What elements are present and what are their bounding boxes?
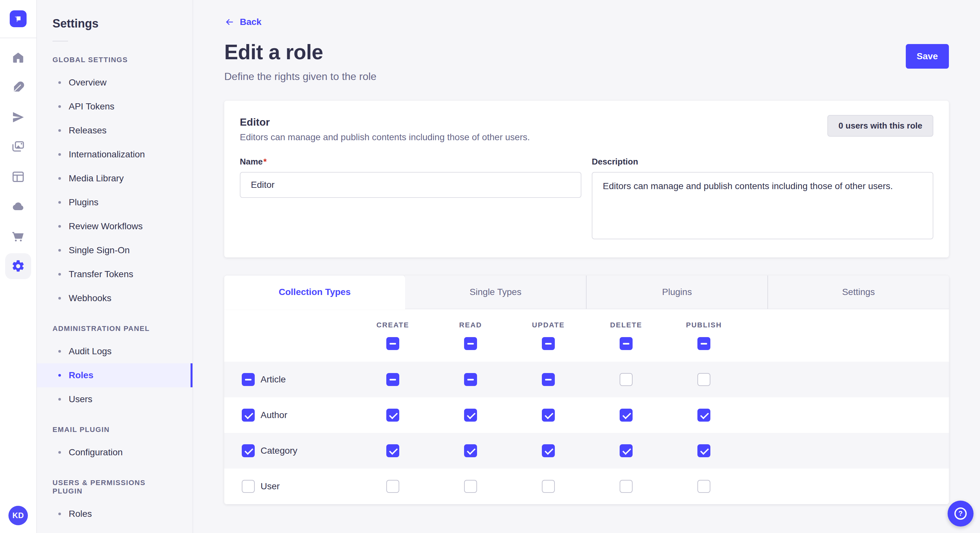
select-all-publish-checkbox[interactable]: [697, 337, 710, 350]
category-publish-checkbox[interactable]: [697, 444, 710, 457]
article-update-checkbox[interactable]: [542, 373, 555, 386]
app-logo[interactable]: [10, 10, 27, 27]
category-update-checkbox[interactable]: [542, 444, 555, 457]
permission-row-user: User: [224, 468, 949, 504]
sidebar-item-api-tokens[interactable]: API Tokens: [37, 95, 192, 119]
role-details-card: Editor Editors can manage and publish co…: [224, 101, 949, 257]
author-delete-checkbox[interactable]: [620, 409, 633, 422]
bullet-icon: [58, 153, 61, 156]
cloud-icon: [11, 200, 25, 214]
select-all-delete-checkbox[interactable]: [620, 337, 633, 350]
user-read-checkbox[interactable]: [464, 480, 477, 493]
sidebar-item-plugins[interactable]: Plugins: [37, 190, 192, 214]
bullet-icon: [58, 201, 61, 204]
page-subtitle: Define the rights given to the role: [224, 71, 377, 82]
author-publish-checkbox[interactable]: [697, 409, 710, 422]
name-field[interactable]: [240, 172, 581, 198]
bullet-icon: [58, 451, 61, 454]
tab-single-types[interactable]: Single Types: [405, 276, 586, 309]
sidebar-item-overview[interactable]: Overview: [37, 71, 192, 95]
rail-item-cloud[interactable]: [5, 194, 31, 219]
bullet-icon: [58, 81, 61, 84]
description-field[interactable]: Editors can manage and publish contents …: [592, 172, 933, 239]
sidebar-item-audit-logs[interactable]: Audit Logs: [37, 339, 192, 363]
help-button[interactable]: ?: [948, 501, 974, 527]
page-title: Edit a role: [224, 40, 377, 64]
sidebar-item-label: Roles: [69, 370, 93, 381]
author-update-checkbox[interactable]: [542, 409, 555, 422]
category-delete-checkbox[interactable]: [620, 444, 633, 457]
sidebar-item-roles[interactable]: Roles: [37, 363, 192, 387]
rail-item-cart[interactable]: [5, 224, 31, 249]
sidebar-item-label: Webhooks: [69, 293, 111, 303]
rail-nav: [5, 45, 31, 279]
sidebar-item-label: Overview: [69, 78, 107, 88]
sidebar-item-webhooks[interactable]: Webhooks: [37, 286, 192, 310]
user-create-checkbox[interactable]: [386, 480, 399, 493]
save-button[interactable]: Save: [906, 44, 949, 69]
article-delete-checkbox[interactable]: [620, 373, 633, 386]
rail-item-gear[interactable]: [5, 253, 31, 279]
sidebar-item-roles[interactable]: Roles: [37, 502, 192, 526]
tab-collection-types[interactable]: Collection Types: [224, 276, 405, 309]
user-delete-checkbox[interactable]: [620, 480, 633, 493]
rail-item-paper-plane[interactable]: [5, 104, 31, 130]
back-link[interactable]: Back: [224, 17, 261, 27]
sidebar-section: GLOBAL SETTINGSOverviewAPI TokensRelease…: [37, 56, 192, 310]
article-row-checkbox[interactable]: [242, 373, 255, 386]
sidebar-item-label: Transfer Tokens: [69, 269, 133, 279]
bullet-icon: [58, 374, 61, 377]
rail-item-layout[interactable]: [5, 164, 31, 190]
bullet-icon: [58, 350, 61, 353]
sidebar-item-providers[interactable]: Providers: [37, 526, 192, 533]
rail-divider: [0, 38, 37, 38]
avatar[interactable]: KD: [8, 506, 28, 525]
select-all-update-checkbox[interactable]: [542, 337, 555, 350]
sidebar-item-label: Audit Logs: [69, 346, 111, 357]
permissions-table-rows: ArticleAuthorCategoryUser: [224, 362, 949, 504]
select-all-read-checkbox[interactable]: [464, 337, 477, 350]
article-publish-checkbox[interactable]: [697, 373, 710, 386]
tab-plugins[interactable]: Plugins: [586, 276, 767, 309]
users-with-role-button[interactable]: 0 users with this role: [827, 115, 933, 136]
sidebar-item-media-library[interactable]: Media Library: [37, 167, 192, 190]
rail-item-pictures[interactable]: [5, 134, 31, 160]
rail-item-home[interactable]: [5, 45, 31, 71]
cart-icon: [11, 229, 25, 244]
bullet-icon: [58, 249, 61, 252]
article-create-checkbox[interactable]: [386, 373, 399, 386]
select-all-create-checkbox[interactable]: [386, 337, 399, 350]
home-icon: [11, 51, 25, 65]
sidebar-section-label-email-plugin: EMAIL PLUGIN: [37, 425, 192, 434]
sidebar-item-label: Single Sign-On: [69, 245, 130, 255]
permissions-table-header: CREATEREADUPDATEDELETEPUBLISH: [224, 309, 949, 362]
bullet-icon: [58, 512, 61, 515]
sidebar-item-label: Review Workflows: [69, 221, 143, 232]
author-create-checkbox[interactable]: [386, 409, 399, 422]
strapi-logo-icon: [13, 14, 23, 24]
sidebar-item-transfer-tokens[interactable]: Transfer Tokens: [37, 262, 192, 286]
article-read-checkbox[interactable]: [464, 373, 477, 386]
sidebar-item-single-sign-on[interactable]: Single Sign-On: [37, 238, 192, 262]
rail-item-feather[interactable]: [5, 75, 31, 100]
user-row-checkbox[interactable]: [242, 480, 255, 493]
category-create-checkbox[interactable]: [386, 444, 399, 457]
bullet-icon: [58, 398, 61, 401]
sidebar-item-configuration[interactable]: Configuration: [37, 440, 192, 464]
column-header-publish: PUBLISH: [665, 321, 743, 350]
tab-settings[interactable]: Settings: [767, 276, 949, 309]
name-label: Name*: [240, 157, 581, 167]
user-publish-checkbox[interactable]: [697, 480, 710, 493]
sidebar-item-internationalization[interactable]: Internationalization: [37, 143, 192, 167]
bullet-icon: [58, 273, 61, 276]
paper-plane-icon: [11, 110, 25, 124]
sidebar-item-review-workflows[interactable]: Review Workflows: [37, 214, 192, 238]
category-read-checkbox[interactable]: [464, 444, 477, 457]
pictures-icon: [11, 140, 25, 154]
sidebar-item-users[interactable]: Users: [37, 387, 192, 411]
user-update-checkbox[interactable]: [542, 480, 555, 493]
sidebar-item-releases[interactable]: Releases: [37, 119, 192, 143]
category-row-checkbox[interactable]: [242, 444, 255, 457]
author-read-checkbox[interactable]: [464, 409, 477, 422]
author-row-checkbox[interactable]: [242, 409, 255, 422]
